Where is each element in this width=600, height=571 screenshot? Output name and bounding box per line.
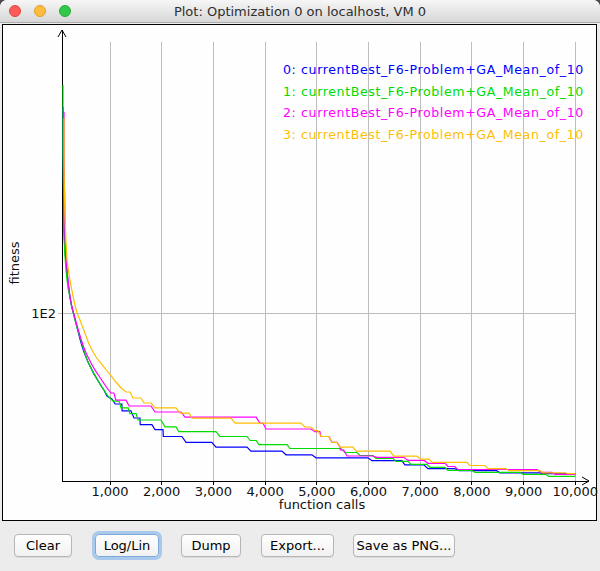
titlebar[interactable]: Plot: Optimization 0 on localhost, VM 0 [0,0,600,23]
window-title: Plot: Optimization 0 on localhost, VM 0 [0,0,600,22]
y-axis-title: fitness [7,231,25,295]
save-as-png-button[interactable]: Save as PNG... [353,534,455,557]
export-button[interactable]: Export... [261,534,334,557]
log-lin-button[interactable]: Log/Lin [95,534,159,557]
plot-window: Plot: Optimization 0 on localhost, VM 0 … [0,0,600,571]
clear-button[interactable]: Clear [14,534,72,557]
x-axis-title: function calls [222,497,422,512]
dump-button[interactable]: Dump [181,534,241,557]
plot-panel [2,24,597,521]
